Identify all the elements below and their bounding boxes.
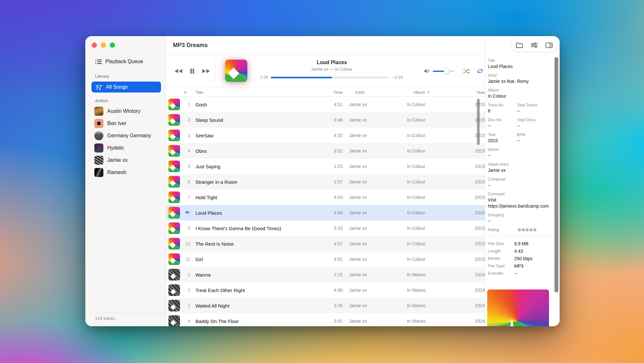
track-title: Waited All Night <box>195 303 323 309</box>
sidebar-item-all-songs[interactable]: All Songs <box>91 82 161 93</box>
track-artist: Jamie xx <box>349 117 404 123</box>
table-row[interactable]: 4 Baddy On The Floor 3:42 Jamie xx In Wa… <box>166 313 485 326</box>
volume-slider[interactable] <box>433 71 455 72</box>
track-year: 2015 <box>468 241 485 246</box>
sidebar-item-artist[interactable]: Ramesh <box>85 166 166 179</box>
track-number: 7 <box>180 195 190 200</box>
rating-dot[interactable] <box>533 228 536 231</box>
column-header-artist[interactable]: Artist <box>349 90 404 95</box>
table-scrollbar-thumb[interactable] <box>477 99 480 145</box>
artist-thumbnail <box>94 131 103 140</box>
minimize-button[interactable] <box>101 43 106 48</box>
track-time: 1:23 <box>323 164 343 169</box>
track-title: Hold Tight <box>195 195 323 200</box>
rating-dots[interactable] <box>518 228 536 231</box>
rewind-button[interactable] <box>174 68 183 74</box>
field-label: Total Discs <box>517 117 535 123</box>
table-row[interactable]: 2 Treat Each Other Right 4:00 Jamie xx I… <box>166 282 485 298</box>
column-header-year[interactable]: Year <box>468 90 485 95</box>
table-row[interactable]: 8 Loud Places 4:43 Jamie xx In Colour 20… <box>166 205 485 221</box>
table-row[interactable]: 3 SeeSaw 4:32 Jamie xx In Colour 2015 <box>166 128 485 143</box>
sidebar-item-playback-queue[interactable]: Playback Queue <box>85 56 166 67</box>
track-artwork <box>168 176 180 188</box>
table-row[interactable]: 3 Waited All Night 3:28 Jamie xx In Wave… <box>166 298 485 313</box>
sidebar-item-artist[interactable]: Jamie xx <box>85 154 166 166</box>
table-row[interactable]: 9 I Know There's Gonna Be (Good Times) 3… <box>166 221 485 236</box>
rating-dot[interactable] <box>529 228 533 231</box>
sidebar-item-artist[interactable]: Hydelic <box>85 142 166 154</box>
file-info-label: Bitrate <box>488 256 514 261</box>
fast-forward-button[interactable] <box>202 68 210 74</box>
track-number: 11 <box>180 257 190 262</box>
inspector-field: Year2015 <box>488 132 508 144</box>
column-header-time[interactable]: Time <box>323 90 343 95</box>
rating-dot[interactable] <box>526 228 529 231</box>
track-album: In Colour <box>407 241 462 246</box>
file-info-value: 8.9 MB <box>514 241 528 246</box>
volume-knob[interactable] <box>444 68 449 74</box>
metadata-fields: TitleLoud PlacesArtistJamie xx feat. Rom… <box>488 58 552 278</box>
track-title: Just Saying <box>195 164 323 169</box>
track-year: 2015 <box>468 133 485 138</box>
filters-icon[interactable] <box>530 42 538 49</box>
folder-button[interactable] <box>516 42 523 49</box>
repeat-button[interactable] <box>477 68 484 74</box>
rating-dot[interactable] <box>522 228 525 231</box>
artist-name: Hydelic <box>107 145 124 151</box>
sidebar-item-artist[interactable]: Austin Wintory <box>85 105 166 117</box>
track-number: 1 <box>180 272 190 277</box>
player-bar: Loud Places Jamie xx — In Colour 2:26 −2… <box>166 54 485 88</box>
sidebar-toggle-icon[interactable] <box>545 42 553 49</box>
field-label: Artist <box>488 73 552 78</box>
table-row[interactable]: 10 The Rest Is Noise 4:57 Jamie xx In Co… <box>166 236 485 251</box>
shuffle-button[interactable] <box>463 69 470 74</box>
field-value: 8 <box>488 108 508 114</box>
table-row[interactable]: 1 Gosh 4:51 Jamie xx In Colour 2015 <box>166 97 485 112</box>
column-header-num[interactable]: # <box>180 90 190 95</box>
sidebar-item-artist[interactable]: Bon Iver <box>85 117 166 130</box>
field-value: Loud Places <box>488 64 552 70</box>
table-row[interactable]: 2 Sleep Sound 3:48 Jamie xx In Colour 20… <box>166 112 485 128</box>
track-artist: Jamie xx <box>349 272 404 277</box>
table-row[interactable]: 1 Wanna 2:15 Jamie xx In Waves 2024 <box>166 267 485 282</box>
track-album: In Colour <box>407 195 462 200</box>
track-album: In Waves <box>407 288 462 293</box>
now-playing-speaker-icon <box>185 210 190 215</box>
track-album: In Waves <box>407 303 462 308</box>
column-header-album[interactable]: Album <box>407 90 462 95</box>
now-playing-info: Loud Places Jamie xx — In Colour 2:26 −2… <box>258 59 405 80</box>
sort-ascending-icon <box>427 91 430 93</box>
track-year: 2024 <box>468 303 485 308</box>
track-time: 3:28 <box>323 303 343 308</box>
track-artwork <box>168 238 180 250</box>
track-artwork <box>168 315 180 326</box>
table-row[interactable]: 5 Just Saying 1:23 Jamie xx In Colour 20… <box>166 159 485 174</box>
close-button[interactable] <box>92 43 97 48</box>
track-artist: Jamie xx <box>349 210 404 215</box>
track-album: In Colour <box>407 257 462 262</box>
inspector-scrollbar-thumb[interactable] <box>554 57 558 292</box>
zoom-button[interactable] <box>110 43 115 48</box>
inspector-field: Total Tracks-- <box>517 103 537 114</box>
sidebar-item-artist[interactable]: Germany Germany <box>85 130 166 142</box>
track-artist: Jamie xx <box>349 288 404 293</box>
track-count: 129 tracks <box>95 316 115 321</box>
track-album: In Colour <box>407 179 462 184</box>
elapsed-time: 2:26 <box>258 75 268 80</box>
transport-controls <box>174 54 210 88</box>
track-time: 2:15 <box>323 272 343 277</box>
track-time: 4:00 <box>323 288 343 293</box>
table-row[interactable]: 11 Girl 4:01 Jamie xx In Colour 2015 <box>166 251 485 267</box>
field-label: Year <box>488 132 508 137</box>
rating-dot[interactable] <box>518 228 521 231</box>
table-row[interactable]: 4 Obvs 3:51 Jamie xx In Colour 2015 <box>166 143 485 159</box>
field-label: Album <box>488 88 552 93</box>
table-row[interactable]: 6 Stranger in a Room 2:57 Jamie xx In Co… <box>166 174 485 190</box>
inspector-field: ArtistJamie xx feat. Romy <box>488 73 552 84</box>
column-header-title[interactable]: Title <box>195 90 323 95</box>
table-row[interactable]: 7 Hold Tight 4:03 Jamie xx In Colour 201… <box>166 190 485 205</box>
pause-button[interactable] <box>190 68 195 74</box>
seek-bar[interactable] <box>271 77 389 78</box>
sidebar-footer-divider <box>85 313 166 313</box>
track-album: In Waves <box>407 319 462 324</box>
